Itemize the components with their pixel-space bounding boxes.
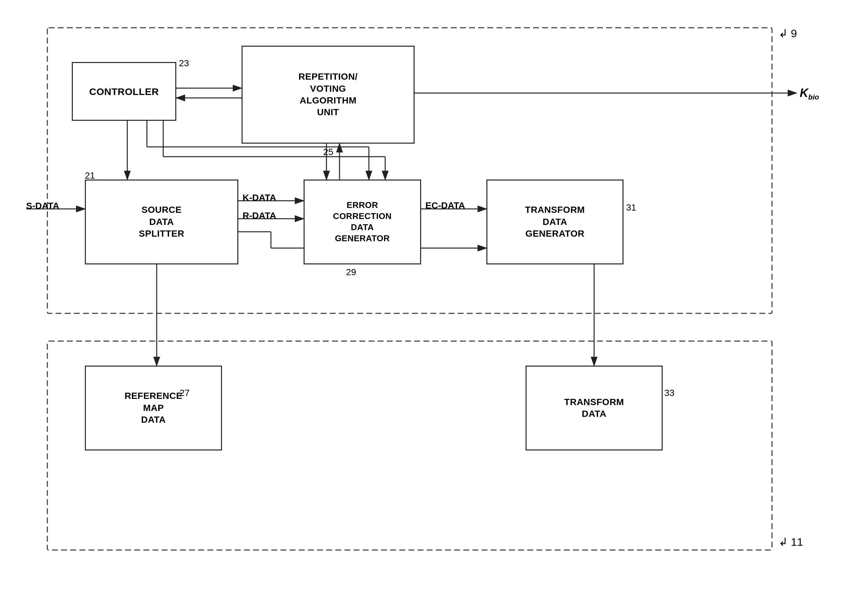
ref-21: 21 bbox=[85, 170, 95, 181]
ref-23: 23 bbox=[179, 58, 189, 69]
transform-data-block: TRANSFORMDATA bbox=[526, 366, 663, 450]
source-data-splitter-block: SOURCEDATASPLITTER bbox=[85, 179, 238, 265]
system-11-label: ↲ 11 bbox=[778, 535, 803, 549]
ref-33: 33 bbox=[664, 388, 674, 398]
ec-data-label: EC-DATA bbox=[425, 200, 465, 211]
ref-27: 27 bbox=[179, 388, 190, 398]
reference-map-data-block: REFERENCEMAPDATA bbox=[85, 366, 222, 450]
s-data-label: S-DATA bbox=[26, 201, 60, 211]
ref-25: 25 bbox=[323, 147, 333, 157]
kbio-label: Kbio bbox=[800, 86, 819, 102]
r-data-label: R-DATA bbox=[242, 211, 276, 221]
k-data-label: K-DATA bbox=[242, 193, 276, 203]
transform-data-generator-block: TRANSFORMDATAGENERATOR bbox=[486, 179, 623, 265]
controller-block: CONTROLLER bbox=[72, 62, 176, 121]
ref-29: 29 bbox=[346, 267, 356, 278]
system-9-label: ↲ 9 bbox=[778, 27, 797, 40]
error-correction-block: ERRORCORRECTIONDATAGENERATOR bbox=[303, 179, 421, 265]
repetition-voting-block: REPETITION/VOTINGALGORITHMUNIT bbox=[242, 46, 415, 144]
diagram-container: CONTROLLER 23 REPETITION/VOTINGALGORITHM… bbox=[19, 19, 849, 581]
ref-31: 31 bbox=[626, 202, 636, 213]
